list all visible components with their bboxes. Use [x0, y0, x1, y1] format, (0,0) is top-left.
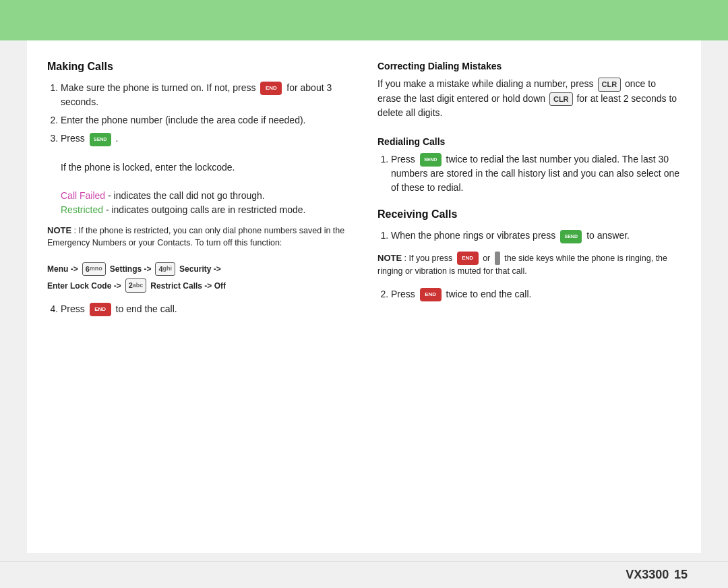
- correcting-text: If you make a mistake while dialing a nu…: [377, 77, 681, 120]
- end-button-icon: [260, 82, 282, 95]
- key-2-icon: 2abc: [125, 278, 147, 293]
- end-button-receiving: [420, 288, 442, 301]
- key-4-icon: 4ghi: [155, 262, 175, 276]
- note2-title: NOTE: [377, 253, 402, 263]
- menu-line-2: Enter Lock Code -> 2abc Restrict Calls -…: [47, 278, 351, 293]
- restricted-label: Restricted: [61, 204, 103, 215]
- note-text: : If the phone is restricted, you can on…: [47, 226, 344, 248]
- note-title: NOTE: [47, 225, 71, 235]
- lock-note: If the phone is locked, enter the lockco…: [61, 162, 235, 173]
- page-number: VX3300 15: [626, 568, 688, 582]
- side-key-icon: [495, 252, 500, 265]
- end-button-icon-2: [90, 303, 111, 316]
- right-column: Correcting Dialing Mistakes If you make …: [377, 61, 681, 323]
- send-button-receiving: [560, 230, 582, 243]
- receiving-step-1: When the phone rings or vibrates press t…: [391, 229, 681, 243]
- key-6-icon: 6mno: [82, 262, 106, 276]
- footer: VX3300 15: [0, 561, 728, 588]
- call-failed-label: Call Failed: [61, 190, 105, 201]
- menu-line-1: Menu -> 6mno Settings -> 4ghi Security -…: [47, 262, 351, 276]
- model-text: VX3300: [626, 568, 669, 581]
- clr-key-2: CLR: [549, 92, 573, 107]
- top-bar: [0, 0, 728, 40]
- correcting-title: Correcting Dialing Mistakes: [377, 61, 681, 71]
- receiving-step-2: Press twice to end the call.: [391, 287, 681, 301]
- page-text: 15: [674, 568, 688, 581]
- note-block: NOTE : If the phone is restricted, you c…: [47, 224, 351, 293]
- redialing-title: Redialing Calls: [377, 136, 681, 147]
- redialing-step-1: Press twice to redial the last number yo…: [391, 152, 681, 195]
- end-button-note: [457, 252, 479, 265]
- page-content: Making Calls Make sure the phone is turn…: [27, 40, 701, 553]
- step-3: Press . If the phone is locked, enter th…: [61, 131, 351, 216]
- step-1: Make sure the phone is turned on. If not…: [61, 81, 351, 109]
- call-failed-text: - indicates the call did not go through.: [108, 190, 265, 201]
- receiving-section: Receiving Calls When the phone rings or …: [377, 208, 681, 301]
- restricted-text: - indicates outgoing calls are in restri…: [106, 204, 305, 215]
- step-2: Enter the phone number (include the area…: [61, 113, 351, 127]
- clr-key-1: CLR: [598, 78, 621, 92]
- making-calls-title: Making Calls: [47, 61, 351, 73]
- receiving-title: Receiving Calls: [377, 208, 681, 220]
- step-4: Press to end the call.: [61, 302, 351, 316]
- note2-colon: : If you press: [404, 254, 455, 263]
- note2-or: or: [483, 254, 493, 263]
- note2-block: NOTE : If you press or the side keys whi…: [377, 252, 681, 278]
- send-button-icon: [90, 133, 111, 146]
- left-column: Making Calls Make sure the phone is turn…: [47, 61, 351, 323]
- send-button-redialing: [420, 153, 442, 167]
